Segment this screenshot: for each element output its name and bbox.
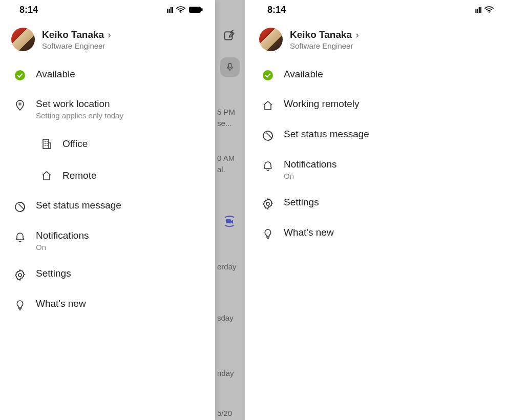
status-bar: 8:14 ııll (0, 0, 215, 19)
avatar (259, 28, 283, 51)
office-label: Office (62, 138, 88, 150)
whats-new-label: What's new (36, 298, 86, 309)
settings-label: Settings (284, 197, 319, 208)
compose-icon[interactable] (222, 30, 238, 45)
set-work-location-item[interactable]: Set work location Setting applies only t… (0, 90, 215, 128)
work-location-sublabel: Setting applies only today (36, 111, 123, 120)
presence-label: Available (284, 69, 323, 80)
notifications-item[interactable]: Notifications On (0, 222, 215, 260)
clock: 8:14 (267, 5, 286, 15)
peek-text: se... (217, 119, 231, 128)
profile-drawer: 8:14 ııll Keiko Tanaka › Software Engine… (245, 0, 506, 420)
set-status-message-item[interactable]: Set status message (248, 120, 506, 151)
peek-time: 5 PM (217, 108, 235, 116)
whats-new-label: What's new (284, 227, 334, 238)
svg-point-9 (489, 11, 490, 12)
set-status-message-item[interactable]: Set status message (0, 192, 215, 222)
chat-background-peek: 5 PM se... 0 AM al. erday sday nday 5/20 (215, 0, 245, 420)
remote-option[interactable]: Remote (0, 160, 215, 192)
working-remotely-item[interactable]: Working remotely (248, 90, 506, 120)
notifications-sublabel: On (36, 243, 89, 251)
lightbulb-icon (13, 299, 27, 312)
peek-time: 0 AM (217, 154, 235, 162)
status-message-icon (13, 200, 27, 214)
available-status-icon (261, 69, 275, 82)
bell-icon (13, 230, 27, 244)
profile-subtitle: Software Engineer (290, 41, 359, 50)
status-message-label: Set status message (36, 200, 121, 211)
lightbulb-icon (261, 227, 275, 241)
home-icon (40, 169, 53, 182)
profile-row[interactable]: Keiko Tanaka › Software Engineer (248, 19, 506, 60)
svg-point-11 (266, 202, 269, 205)
presence-item[interactable]: Available (0, 60, 215, 90)
work-location-label: Set work location (36, 98, 123, 110)
status-bar: 8:14 ııll (248, 0, 506, 19)
cellular-signal-icon: ııll (166, 6, 173, 14)
wifi-icon (484, 6, 494, 13)
peek-text: al. (217, 165, 225, 174)
svg-rect-2 (226, 219, 231, 223)
bell-icon (261, 159, 275, 173)
presence-item[interactable]: Available (248, 60, 506, 90)
notifications-label: Notifications (36, 230, 89, 241)
office-option[interactable]: Office (0, 128, 215, 160)
status-icons: ııll (475, 6, 494, 14)
settings-label: Settings (36, 268, 71, 279)
clock: 8:14 (19, 5, 38, 15)
gear-icon (13, 268, 27, 282)
profile-name: Keiko Tanaka › (42, 29, 111, 40)
presence-label: Available (36, 69, 75, 80)
battery-icon (188, 6, 203, 13)
video-call-icon[interactable] (223, 215, 237, 228)
peek-date: erday (217, 262, 237, 271)
mic-button[interactable] (220, 57, 240, 77)
notifications-label: Notifications (284, 159, 337, 170)
profile-name: Keiko Tanaka › (290, 29, 359, 40)
settings-item[interactable]: Settings (248, 188, 506, 219)
peek-date: 5/20 (217, 409, 232, 417)
profile-subtitle: Software Engineer (42, 41, 111, 50)
svg-rect-4 (189, 7, 201, 13)
svg-rect-5 (201, 8, 203, 11)
svg-point-8 (18, 274, 22, 277)
status-icons: ııll (166, 6, 203, 14)
available-status-icon (13, 69, 27, 82)
profile-row[interactable]: Keiko Tanaka › Software Engineer (0, 19, 215, 60)
avatar (11, 28, 35, 51)
wifi-icon (176, 6, 185, 13)
notifications-item[interactable]: Notifications On (248, 151, 506, 188)
whats-new-item[interactable]: What's new (0, 290, 215, 320)
status-message-icon (261, 129, 275, 142)
office-building-icon (40, 137, 53, 151)
peek-date: nday (217, 369, 234, 377)
chevron-right-icon: › (105, 29, 111, 40)
notifications-sublabel: On (284, 172, 337, 180)
whats-new-item[interactable]: What's new (248, 219, 506, 249)
svg-point-3 (180, 11, 181, 12)
svg-rect-1 (229, 64, 231, 68)
profile-drawer: 8:14 ııll Keiko Tanaka › Software Engine… (0, 0, 215, 420)
chevron-right-icon: › (353, 29, 359, 40)
gear-icon (261, 197, 275, 211)
settings-item[interactable]: Settings (0, 260, 215, 290)
location-pin-icon (13, 99, 27, 112)
status-message-label: Set status message (284, 129, 369, 140)
cellular-signal-icon: ııll (475, 6, 481, 14)
home-icon (261, 99, 275, 112)
left-screenshot: 5 PM se... 0 AM al. erday sday nday 5/20… (0, 0, 245, 420)
svg-rect-6 (43, 139, 49, 149)
remote-label: Remote (62, 170, 97, 181)
right-screenshot: 8:14 ııll Keiko Tanaka › Software Engine… (245, 0, 506, 420)
working-remotely-label: Working remotely (284, 98, 359, 110)
peek-date: sday (217, 313, 234, 322)
